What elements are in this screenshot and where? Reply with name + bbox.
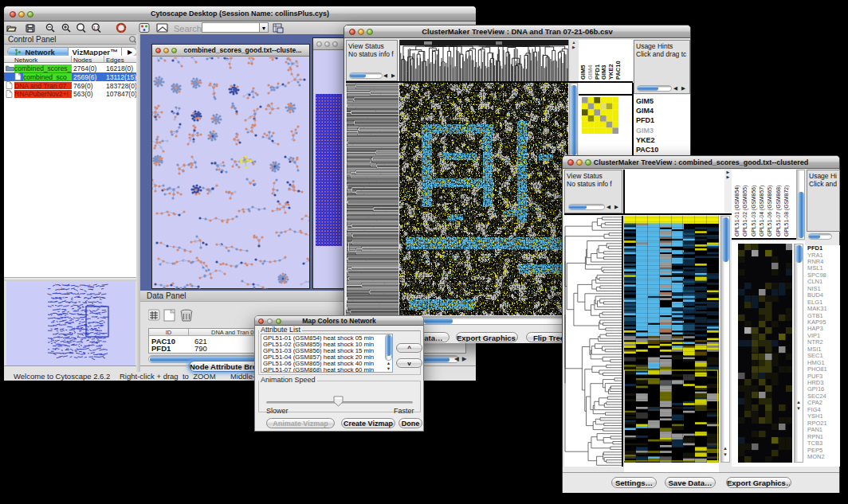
svg-text:GPL51-08 (GSM872): GPL51-08 (GSM872) xyxy=(783,186,790,236)
svg-text:GPL51-02 (GSM855): GPL51-02 (GSM855) xyxy=(742,186,748,236)
svg-text:PAC10: PAC10 xyxy=(614,61,622,80)
svg-text:GPL51-07 (GSM868): GPL51-07 (GSM868) xyxy=(775,186,782,236)
svg-text:PFD1: PFD1 xyxy=(594,64,601,80)
svg-text:GIM5: GIM5 xyxy=(579,65,587,80)
svg-text:GPL51-03 (GSM856): GPL51-03 (GSM856) xyxy=(751,186,757,236)
svg-text:1:1: 1:1 xyxy=(93,25,99,30)
svg-text:GIM3: GIM3 xyxy=(600,65,607,80)
svg-text:GIM4: GIM4 xyxy=(587,64,594,80)
svg-text:GPL51-01 (GSM854): GPL51-01 (GSM854) xyxy=(734,186,740,236)
svg-text:GPL51-04 (GSM857): GPL51-04 (GSM857) xyxy=(759,186,765,236)
svg-text:GPL51-06 (GSM865): GPL51-06 (GSM865) xyxy=(767,186,773,236)
svg-text:YKE2: YKE2 xyxy=(607,64,614,80)
